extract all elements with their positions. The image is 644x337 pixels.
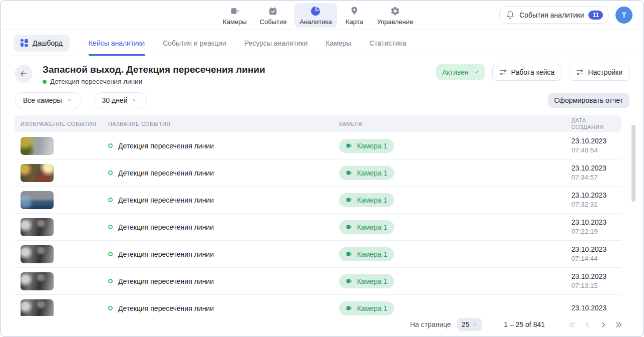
nav-label: События bbox=[260, 18, 287, 26]
camera-badge[interactable]: Камера 1 bbox=[339, 247, 394, 261]
event-thumbnail[interactable] bbox=[21, 245, 54, 263]
dashboard-label: Дашборд bbox=[33, 39, 63, 47]
camera-badge[interactable]: Камера 1 bbox=[339, 301, 394, 315]
event-name: Детекция пересечения линии bbox=[118, 196, 214, 204]
per-page-value: 25 bbox=[462, 320, 470, 328]
camera-badge[interactable]: Камера 1 bbox=[339, 193, 394, 207]
camera-badge-label: Камера 1 bbox=[357, 196, 388, 204]
event-thumbnail[interactable] bbox=[21, 164, 54, 182]
period-filter-dropdown[interactable]: 30 дней bbox=[94, 92, 147, 108]
nav-label: Аналитика bbox=[299, 18, 332, 26]
cameras-filter-dropdown[interactable]: Все камеры bbox=[15, 92, 82, 108]
table-row[interactable]: Детекция пересечения линии Камера 1 23.1… bbox=[15, 268, 621, 295]
event-thumbnail[interactable] bbox=[21, 218, 54, 236]
event-date: 23.10.2023 bbox=[571, 303, 615, 313]
nav-item-management[interactable]: Управление bbox=[372, 3, 418, 28]
double-chevron-left-icon bbox=[568, 320, 576, 329]
event-time: 07:34:57 bbox=[571, 173, 615, 182]
nav-item-events[interactable]: События bbox=[255, 3, 292, 28]
tab-events-reactions[interactable]: События и реакции bbox=[163, 30, 226, 56]
camera-badge-label: Камера 1 bbox=[357, 277, 388, 285]
settings-button[interactable]: Настройки bbox=[569, 64, 629, 81]
sliders-icon bbox=[576, 68, 584, 76]
main-navigation: Камеры События Аналитика Карта bbox=[218, 1, 418, 30]
event-date: 23.10.2023 bbox=[571, 218, 615, 227]
last-page-button[interactable] bbox=[613, 319, 624, 330]
event-time: 07:22:19 bbox=[571, 227, 615, 236]
table-row[interactable]: Детекция пересечения линии Камера 1 23.1… bbox=[15, 159, 621, 187]
camera-badge[interactable]: Камера 1 bbox=[339, 139, 394, 153]
generate-report-button[interactable]: Сформировать отчет bbox=[548, 93, 630, 108]
dashboard-button[interactable]: Дашборд bbox=[14, 35, 70, 52]
camera-badge-label: Камера 1 bbox=[357, 223, 388, 231]
camera-badge[interactable]: Камера 1 bbox=[339, 166, 394, 180]
filter-row: Все камеры 30 дней Сформировать отчет bbox=[1, 85, 643, 108]
pie-chart-icon bbox=[310, 6, 321, 17]
pager-controls bbox=[567, 319, 624, 330]
next-page-button[interactable] bbox=[598, 319, 608, 330]
camera-icon bbox=[346, 223, 353, 231]
vertical-scrollbar[interactable] bbox=[631, 125, 635, 202]
top-bar: Камеры События Аналитика Карта bbox=[1, 1, 643, 30]
tab-cameras[interactable]: Камеры bbox=[326, 30, 351, 56]
column-header-name: НАЗВАНИЕ СОБЫТИЯ bbox=[108, 121, 339, 127]
event-thumbnail[interactable] bbox=[21, 191, 54, 209]
page-title: Запасной выход. Детекция пересечения лин… bbox=[43, 64, 265, 76]
nav-item-cameras[interactable]: Камеры bbox=[218, 3, 252, 28]
prev-page-button[interactable] bbox=[582, 319, 593, 330]
avatar[interactable]: T bbox=[615, 7, 632, 24]
case-work-button[interactable]: Работа кейса bbox=[492, 64, 562, 81]
tab-analytics-resources[interactable]: Ресурсы аналитики bbox=[244, 30, 308, 56]
case-work-label: Работа кейса bbox=[511, 68, 555, 76]
table-row[interactable]: Детекция пересечения линии Камера 1 23.1… bbox=[15, 241, 621, 268]
analytics-events-label: События аналитики bbox=[519, 11, 584, 19]
event-name: Детекция пересечения линии bbox=[118, 169, 214, 177]
camera-badge[interactable]: Камера 1 bbox=[339, 220, 394, 234]
per-page-label: На странице bbox=[410, 320, 451, 328]
camera-icon bbox=[346, 142, 353, 149]
event-thumbnail[interactable] bbox=[21, 272, 54, 290]
map-pin-icon bbox=[349, 6, 360, 17]
status-label: Активен bbox=[442, 68, 469, 76]
tab-label: Статистика bbox=[369, 39, 406, 47]
nav-item-map[interactable]: Карта bbox=[340, 3, 369, 28]
event-time: 07:14:44 bbox=[571, 254, 615, 263]
first-page-button[interactable] bbox=[567, 319, 577, 330]
nav-label: Камеры bbox=[223, 18, 247, 26]
analytics-events-button[interactable]: События аналитики 11 bbox=[499, 7, 608, 24]
tab-analytics-cases[interactable]: Кейсы аналитики bbox=[89, 30, 145, 56]
period-filter-value: 30 дней bbox=[102, 96, 128, 104]
event-status-ring-icon bbox=[108, 225, 113, 229]
case-type-subtitle: Детекция пересечения линии bbox=[43, 78, 265, 85]
event-thumbnail[interactable] bbox=[21, 137, 54, 155]
event-time: 07:48:54 bbox=[571, 146, 615, 155]
camera-icon bbox=[346, 250, 353, 258]
table-row[interactable]: Детекция пересечения линии Камера 1 23.1… bbox=[15, 132, 621, 159]
event-status-ring-icon bbox=[108, 171, 113, 175]
camera-badge-label: Камера 1 bbox=[357, 304, 388, 312]
back-button[interactable] bbox=[15, 65, 33, 83]
notification-count-badge: 11 bbox=[588, 11, 603, 20]
event-status-ring-icon bbox=[108, 252, 113, 256]
camera-icon bbox=[346, 196, 353, 204]
camera-badge[interactable]: Камера 1 bbox=[339, 274, 394, 288]
event-name: Детекция пересечения линии bbox=[118, 250, 214, 258]
subtitle-label: Детекция пересечения линии bbox=[50, 78, 142, 85]
table-row[interactable]: Детекция пересечения линии Камера 1 23.1… bbox=[15, 187, 621, 214]
event-date: 23.10.2023 bbox=[571, 136, 615, 146]
event-status-ring-icon bbox=[108, 143, 113, 148]
per-page-dropdown[interactable]: 25 bbox=[457, 318, 482, 331]
status-dropdown[interactable]: Активен bbox=[436, 64, 485, 80]
tab-statistics[interactable]: Статистика bbox=[369, 30, 406, 56]
camera-icon bbox=[346, 277, 353, 285]
event-thumbnail[interactable] bbox=[21, 299, 54, 317]
tab-label: Кейсы аналитики bbox=[89, 39, 145, 47]
nav-item-analytics[interactable]: Аналитика bbox=[294, 3, 337, 28]
event-status-ring-icon bbox=[108, 279, 113, 283]
chevron-down-icon bbox=[473, 69, 479, 75]
chevron-down-icon bbox=[472, 322, 477, 327]
calendar-check-icon bbox=[267, 6, 278, 17]
column-header-image: ИЗОБРАЖЕНИЕ СОБЫТИЯ bbox=[21, 121, 108, 127]
table-row[interactable]: Детекция пересечения линии Камера 1 23.1… bbox=[15, 214, 621, 241]
dashboard-grid-icon bbox=[21, 39, 28, 47]
